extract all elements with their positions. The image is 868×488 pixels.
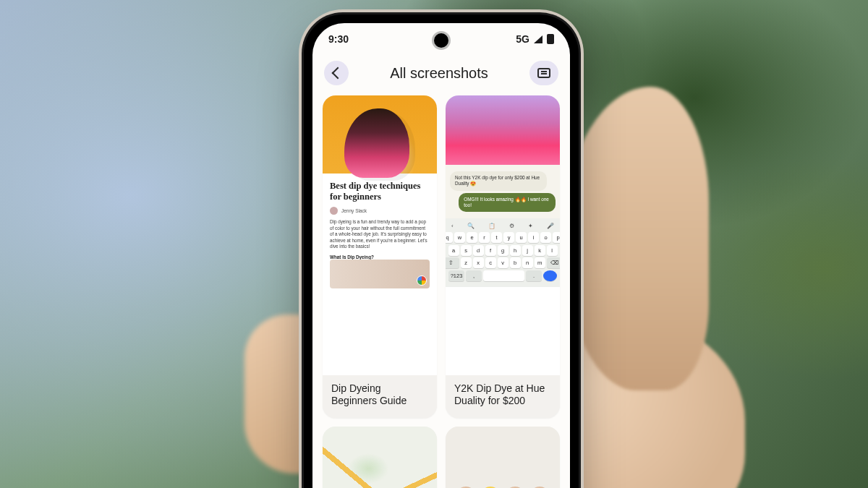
keyboard-key: t xyxy=(491,232,502,243)
keyboard-key: f xyxy=(485,245,496,256)
keyboard-key: j xyxy=(522,245,533,256)
keyboard-row: ?123,. xyxy=(448,270,557,281)
keyboard-key: y xyxy=(503,232,514,243)
keyboard-key: b xyxy=(510,257,521,268)
article-body: Best dip dye techniques for beginners Je… xyxy=(323,174,437,293)
article-byline: Jenny Slack xyxy=(330,207,430,215)
author-avatar xyxy=(330,207,338,215)
back-button[interactable] xyxy=(324,61,349,85)
chat-bubble-incoming: Not this Y2K dip dye for only $200 at Hu… xyxy=(450,171,547,191)
keyboard-key: g xyxy=(498,245,509,256)
keyboard-toolbar: ‹ 🔍 📋 ⚙ ✦ 🎤 xyxy=(448,221,557,232)
card-caption: Y2K Dip Dye at Hue Duality for $200 xyxy=(446,375,560,418)
kbd-translate-icon: ✦ xyxy=(528,223,533,229)
screenshot-preview-map xyxy=(323,427,437,488)
keyboard-key: . xyxy=(526,270,542,281)
page-title: All screenshots xyxy=(390,65,488,82)
keyboard-key: d xyxy=(473,245,484,256)
kbd-settings-icon: ⚙ xyxy=(509,223,514,229)
screenshot-grid[interactable]: Best dip dye techniques for beginners Je… xyxy=(312,95,570,488)
keyboard-row: ⇧zxcvbnm⌫ xyxy=(448,257,557,268)
keyboard-key: p xyxy=(553,232,560,243)
article-hero-image xyxy=(323,95,437,174)
keyboard-key: n xyxy=(522,257,533,268)
chrome-icon xyxy=(417,275,427,286)
keyboard-key: v xyxy=(498,257,509,268)
keyboard-key: r xyxy=(479,232,490,243)
keyboard-row: asdfghjkl xyxy=(448,245,557,256)
app-header: All screenshots xyxy=(312,55,570,95)
keyboard-key: k xyxy=(535,245,545,256)
keyboard-key: m xyxy=(535,257,545,268)
author-name: Jenny Slack xyxy=(341,208,367,213)
keyboard-key: , xyxy=(466,270,482,281)
kbd-search-icon: 🔍 xyxy=(467,223,475,229)
people-row: 🤗 xyxy=(446,427,560,488)
screenshot-card[interactable]: Not this Y2K dip dye for only $200 at Hu… xyxy=(446,95,560,418)
status-right-cluster: 5G xyxy=(516,33,554,45)
status-time: 9:30 xyxy=(328,33,349,45)
keyboard-key: a xyxy=(448,245,459,256)
keyboard-key: q xyxy=(446,232,453,243)
keyboard-key xyxy=(483,270,524,281)
keyboard-key: ?123 xyxy=(448,270,464,281)
keyboard-key xyxy=(543,270,557,281)
signal-icon xyxy=(534,35,542,43)
chat-thread: Not this Y2K dip dye for only $200 at Hu… xyxy=(446,165,560,218)
screenshot-preview-people: 🤗 xyxy=(446,427,560,488)
keyboard-key: ⇧ xyxy=(446,257,459,268)
chat-hero-image xyxy=(446,95,560,165)
keyboard-key: c xyxy=(485,257,496,268)
kbd-mic-icon: 🎤 xyxy=(547,223,554,229)
keyboard-key: z xyxy=(461,257,472,268)
keyboard-key: h xyxy=(510,245,521,256)
battery-icon xyxy=(547,34,554,44)
kbd-clipboard-icon: 📋 xyxy=(488,223,495,229)
article-blurb: Dip dyeing is a fun and trendy way to ad… xyxy=(330,219,430,250)
hand-thumb xyxy=(564,87,709,390)
promo-stage: 9:30 5G All screenshots xyxy=(0,0,868,488)
article-inline-image xyxy=(330,260,430,288)
kbd-chevron-left-icon: ‹ xyxy=(451,223,454,229)
screenshot-card[interactable] xyxy=(323,427,437,488)
keyboard-key: i xyxy=(528,232,539,243)
keyboard-key: x xyxy=(473,257,484,268)
article-subhead: What Is Dip Dyeing? xyxy=(330,254,430,260)
keyboard-key: u xyxy=(516,232,527,243)
arrow-left-icon xyxy=(331,67,344,80)
keyboard-key: o xyxy=(540,232,551,243)
card-caption: Dip Dyeing Beginners Guide xyxy=(323,375,437,418)
front-camera xyxy=(434,33,448,48)
map-thumbnail xyxy=(323,427,437,488)
screenshot-card[interactable]: 🤗 xyxy=(446,427,560,488)
dip-dye-hair-illustration xyxy=(344,108,409,178)
phone-frame: 9:30 5G All screenshots xyxy=(304,14,579,488)
article-headline: Best dip dye techniques for beginners xyxy=(330,181,430,202)
keyboard-key: s xyxy=(461,245,472,256)
screenshot-preview-chat: Not this Y2K dip dye for only $200 at Hu… xyxy=(446,95,560,375)
keyboard-key: l xyxy=(547,245,558,256)
screenshot-card[interactable]: Best dip dye techniques for beginners Je… xyxy=(323,95,437,418)
screenshot-preview-article: Best dip dye techniques for beginners Je… xyxy=(323,95,437,375)
keyboard-row: qwertyuiop xyxy=(448,232,557,243)
panel-icon xyxy=(537,68,550,78)
phone-screen: 9:30 5G All screenshots xyxy=(312,23,570,488)
keyboard-key: e xyxy=(467,232,477,243)
keyboard: ‹ 🔍 📋 ⚙ ✦ 🎤 qwertyuiopasdfghjkl⇧zxcvbnm⌫… xyxy=(446,218,560,287)
keyboard-key: ⌫ xyxy=(547,257,561,268)
layout-toggle-button[interactable] xyxy=(529,61,558,85)
status-network-label: 5G xyxy=(516,33,529,45)
chat-bubble-outgoing: OMG!!! It looks amazing 🔥🔥 I want one to… xyxy=(459,193,556,213)
keyboard-key: w xyxy=(454,232,465,243)
